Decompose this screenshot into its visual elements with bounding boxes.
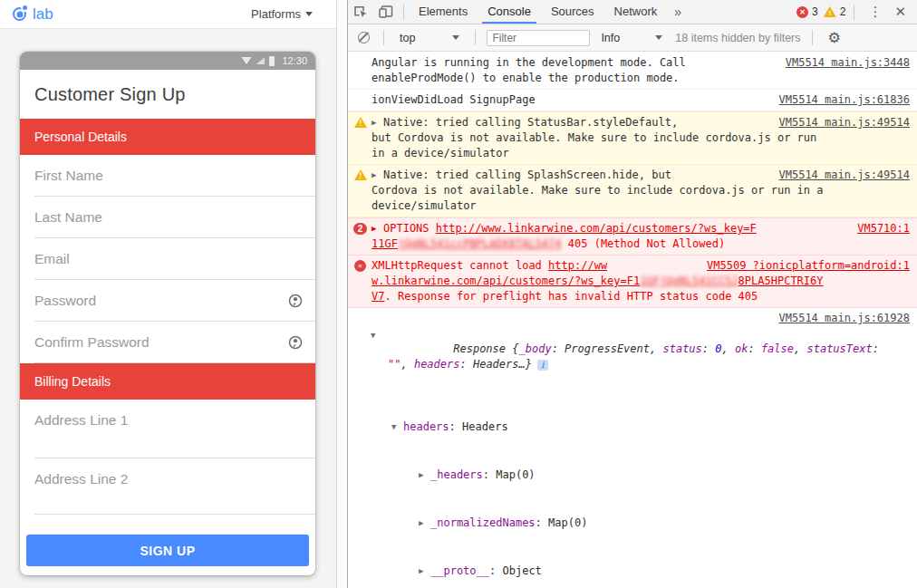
console-response-object: VM5514 main.js:61928 ▼Response {_body: P… bbox=[348, 308, 917, 588]
colon: : bbox=[483, 468, 496, 481]
expand-icon[interactable]: ▶ bbox=[372, 221, 383, 236]
devtools-tabbar: Elements Console Sources Network » ✕ 3 !… bbox=[348, 0, 917, 24]
section-label: Billing Details bbox=[34, 374, 111, 389]
log-level-dropdown[interactable]: Info bbox=[596, 32, 667, 44]
console-toolbar: top Info 18 items hidden by filters ⚙ bbox=[348, 24, 917, 52]
console-error-options: 2 VM5710:1 ▶OPTIONS http://www.linkarwin… bbox=[348, 217, 917, 255]
source-link[interactable]: VM5710:1 bbox=[857, 221, 910, 236]
confirm-password-field[interactable]: Confirm Password bbox=[20, 322, 315, 363]
context-label: top bbox=[400, 32, 415, 44]
property-name: __proto__ bbox=[430, 564, 489, 577]
tab-console[interactable]: Console bbox=[482, 0, 536, 24]
tree-row-proto-headers[interactable]: ▶__proto__: Object bbox=[372, 563, 910, 580]
pane-gap bbox=[338, 0, 347, 588]
divider bbox=[383, 30, 384, 45]
password-visibility-icon[interactable] bbox=[286, 333, 304, 352]
colon: : bbox=[459, 358, 472, 371]
app-navbar: Customer Sign Up bbox=[20, 70, 315, 119]
close-icon[interactable]: ✕ bbox=[891, 4, 917, 20]
console-message-ionview: VM5514 main.js:61836 ionViewDidLoad Sign… bbox=[348, 90, 917, 111]
source-link[interactable]: VM5514 main.js:61836 bbox=[779, 92, 911, 108]
device-preview: 12:30 Customer Sign Up Personal Details … bbox=[20, 52, 315, 575]
collapse-icon[interactable]: ▼ bbox=[391, 419, 403, 436]
tab-sources[interactable]: Sources bbox=[545, 0, 600, 24]
filter-input[interactable] bbox=[487, 30, 590, 46]
password-field[interactable]: Password bbox=[20, 280, 315, 322]
section-header-billing: Billing Details bbox=[20, 363, 315, 400]
source-link[interactable]: VM5509 ?ionicplatform=android:1 bbox=[707, 258, 910, 274]
redacted-url-text: 1GFjQqNL541CC5J bbox=[640, 275, 738, 287]
battery-icon bbox=[269, 56, 275, 66]
console-log-area: VM5514 main.js:3448 Angular is running i… bbox=[348, 53, 917, 588]
expand-icon[interactable]: ▶ bbox=[419, 515, 430, 532]
execution-context-dropdown[interactable]: top bbox=[395, 32, 464, 44]
platforms-dropdown[interactable]: Platforms bbox=[251, 7, 313, 21]
console-message-angular: VM5514 main.js:3448 Angular is running i… bbox=[348, 53, 917, 90]
gear-icon[interactable]: ⚙ bbox=[828, 29, 841, 46]
clear-console-icon[interactable] bbox=[358, 32, 370, 43]
chevron-down-icon bbox=[452, 35, 459, 40]
chevron-down-icon bbox=[655, 35, 662, 40]
separator: , bbox=[401, 358, 413, 371]
warning-count-badge[interactable]: ! 2 bbox=[824, 5, 846, 18]
console-error-xhr: ✕ VM5509 ?ionicplatform=android:1 XMLHtt… bbox=[348, 255, 917, 308]
expand-icon[interactable]: ▶ bbox=[372, 115, 383, 130]
property-name: _headers bbox=[430, 468, 483, 481]
chevron-down-icon bbox=[305, 12, 313, 16]
tree-row-_normalizedNames[interactable]: ▶_normalizedNames: Map(0) bbox=[372, 515, 910, 532]
lab-header: lab Platforms bbox=[0, 0, 336, 29]
expand-icon[interactable]: ▶ bbox=[419, 563, 430, 580]
property-value: false bbox=[761, 342, 794, 355]
tab-elements[interactable]: Elements bbox=[413, 0, 473, 24]
devtools-menu-icon[interactable]: ⋮ bbox=[859, 4, 891, 20]
wifi-icon bbox=[241, 57, 251, 64]
sign-up-button[interactable]: SIGN UP bbox=[26, 535, 309, 566]
address-line2-field[interactable]: Address Line 2 bbox=[20, 458, 315, 515]
source-link[interactable]: VM5514 main.js:61928 bbox=[779, 312, 911, 324]
error-prefix: XMLHttpRequest cannot load bbox=[372, 259, 548, 272]
property-name: _body bbox=[519, 342, 552, 355]
divider bbox=[854, 5, 854, 20]
first-name-placeholder: First Name bbox=[34, 168, 103, 184]
tree-row-headers[interactable]: ▼headers: Headers bbox=[372, 419, 910, 436]
expand-icon[interactable]: ▶ bbox=[419, 467, 430, 484]
http-status-text: 405 (Method Not Allowed) bbox=[562, 237, 726, 250]
hidden-items-note: 18 items hidden by filters bbox=[675, 32, 800, 44]
class-name: Response bbox=[453, 342, 512, 355]
property-name: status bbox=[662, 342, 701, 355]
tab-network[interactable]: Network bbox=[609, 0, 663, 24]
collapse-icon[interactable]: ▼ bbox=[371, 328, 375, 343]
address-line1-placeholder: Address Line 1 bbox=[34, 412, 128, 428]
device-toolbar-icon[interactable] bbox=[373, 0, 399, 24]
divider bbox=[475, 30, 476, 45]
error-count-badge[interactable]: ✕ 3 bbox=[796, 5, 818, 18]
inspect-element-icon[interactable] bbox=[348, 0, 373, 24]
source-link[interactable]: VM5514 main.js:49514 bbox=[779, 115, 911, 130]
property-value: Map(0) bbox=[548, 516, 587, 529]
property-name: headers bbox=[414, 358, 460, 371]
source-link[interactable]: VM5514 main.js:49514 bbox=[779, 168, 911, 183]
tree-row-_headers[interactable]: ▶_headers: Map(0) bbox=[372, 467, 910, 484]
last-name-field[interactable]: Last Name bbox=[20, 197, 315, 238]
warning-text: Native: tried calling SplashScreen.hide,… bbox=[372, 169, 824, 212]
colon: : bbox=[702, 342, 715, 355]
warning-text: Native: tried calling StatusBar.styleDef… bbox=[372, 116, 816, 159]
console-warning-splashscreen: ! VM5514 main.js:49514 ▶Native: tried ca… bbox=[348, 165, 917, 217]
more-tabs-icon[interactable]: » bbox=[667, 5, 689, 19]
colon: : bbox=[489, 564, 502, 577]
ionic-lab-pane: lab Platforms 12:30 Customer Sign Up Per… bbox=[0, 0, 337, 588]
property-value: ProgressEvent bbox=[565, 342, 650, 355]
info-icon[interactable]: i bbox=[537, 360, 548, 371]
email-placeholder: Email bbox=[34, 251, 70, 267]
expand-icon[interactable]: ▶ bbox=[372, 168, 383, 183]
email-field[interactable]: Email bbox=[20, 238, 315, 280]
devtools-panel: Elements Console Sources Network » ✕ 3 !… bbox=[347, 0, 917, 588]
address-line1-field[interactable]: Address Line 1 bbox=[20, 400, 315, 458]
ionic-logo bbox=[13, 7, 26, 21]
platforms-label: Platforms bbox=[251, 7, 301, 21]
property-name: headers bbox=[403, 420, 449, 433]
object-preview[interactable]: ▼Response {_body: ProgressEvent, status:… bbox=[372, 326, 910, 388]
password-visibility-icon[interactable] bbox=[286, 292, 304, 310]
source-link[interactable]: VM5514 main.js:3448 bbox=[786, 55, 910, 71]
first-name-field[interactable]: First Name bbox=[20, 155, 315, 197]
